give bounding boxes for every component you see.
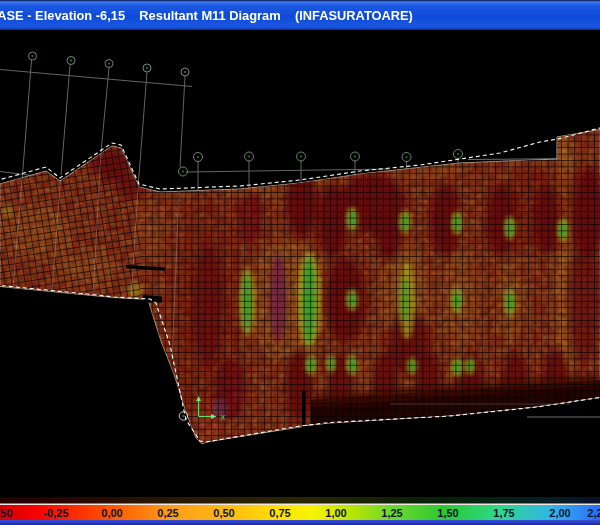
svg-text:0,25: 0,25 bbox=[157, 507, 178, 519]
svg-text:0,50: 0,50 bbox=[213, 507, 234, 519]
svg-text:0,75: 0,75 bbox=[269, 507, 290, 519]
svg-text:-0,50: -0,50 bbox=[0, 507, 13, 519]
svg-text:2,25: 2,25 bbox=[587, 507, 600, 519]
svg-text:1,00: 1,00 bbox=[325, 507, 346, 519]
svg-text:0,00: 0,00 bbox=[101, 507, 122, 519]
svg-text:1,75: 1,75 bbox=[493, 507, 514, 519]
svg-text:CASE - Elevation -6,15 Resu: CASE - Elevation -6,15 Resultant M11 Dia… bbox=[0, 8, 413, 23]
svg-text:1,25: 1,25 bbox=[381, 507, 402, 519]
svg-text:2,00: 2,00 bbox=[549, 507, 570, 519]
svg-text:X: X bbox=[221, 414, 226, 421]
svg-text:1,50: 1,50 bbox=[437, 507, 458, 519]
svg-text:-0,25: -0,25 bbox=[43, 507, 68, 519]
